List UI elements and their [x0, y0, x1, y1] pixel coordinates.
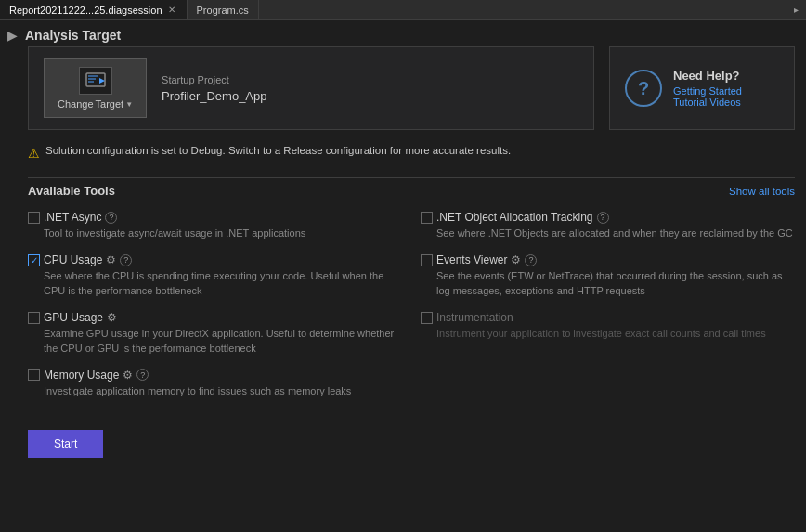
divider — [28, 177, 795, 178]
tool-header-events-viewer: Events Viewer⚙? — [421, 253, 795, 266]
tab-bar: Report20211222...25.diagsession ✕ Progra… — [0, 0, 259, 19]
tool-gear-icon-memory-usage[interactable]: ⚙ — [123, 369, 133, 382]
tool-description-gpu-usage: Examine GPU usage in your DirectX applic… — [44, 327, 402, 356]
help-icon: ? — [625, 70, 662, 107]
dropdown-arrow-icon: ▼ — [125, 100, 133, 109]
tool-gear-icon-events-viewer[interactable]: ⚙ — [511, 253, 521, 266]
tool-info-icon-dotnet-object-allocation[interactable]: ? — [597, 212, 609, 224]
tools-header: Available Tools Show all tools — [28, 184, 795, 201]
tool-item-dotnet-async: .NET Async?Tool to investigate async/awa… — [28, 211, 402, 240]
tools-title: Available Tools — [28, 184, 115, 198]
help-text: Need Help? Getting Started Tutorial Vide… — [673, 69, 742, 108]
start-section: Start — [0, 419, 806, 469]
tool-name-cpu-usage: CPU Usage — [44, 253, 102, 266]
change-target-button[interactable]: Change Target ▼ — [44, 58, 147, 118]
tool-gear-icon-cpu-usage[interactable]: ⚙ — [106, 253, 116, 266]
warning-banner: ⚠ Solution configuration is set to Debug… — [28, 141, 795, 164]
tool-description-dotnet-async: Tool to investigate async/await usage in… — [44, 227, 402, 240]
tool-checkbox-dotnet-object-allocation[interactable] — [421, 212, 433, 224]
show-all-tools-link[interactable]: Show all tools — [729, 186, 795, 197]
need-help-box: ? Need Help? Getting Started Tutorial Vi… — [609, 46, 795, 130]
tool-name-instrumentation: Instrumentation — [436, 311, 514, 324]
tool-gear-icon-gpu-usage[interactable]: ⚙ — [107, 311, 117, 324]
target-icon — [79, 67, 112, 95]
tool-name-dotnet-object-allocation: .NET Object Allocation Tracking — [436, 211, 593, 224]
tool-item-memory-usage: Memory Usage⚙?Investigate application me… — [28, 369, 402, 398]
tool-checkbox-dotnet-async[interactable] — [28, 212, 40, 224]
tool-checkbox-instrumentation[interactable] — [421, 312, 433, 324]
target-svg-icon — [84, 71, 107, 90]
warning-icon: ⚠ — [28, 146, 40, 161]
startup-project-name: Profiler_Demo_App — [162, 89, 266, 103]
title-bar: Report20211222...25.diagsession ✕ Progra… — [0, 0, 806, 20]
tab-program-cs[interactable]: Program.cs — [188, 0, 259, 19]
tool-checkbox-events-viewer[interactable] — [421, 254, 433, 266]
warning-text: Solution configuration is set to Debug. … — [46, 145, 511, 156]
startup-project-label: Startup Project — [162, 74, 266, 85]
tool-item-instrumentation: InstrumentationInstrument your applicati… — [421, 311, 795, 356]
tab-diagsession-close[interactable]: ✕ — [166, 5, 177, 15]
tutorial-videos-link[interactable]: Tutorial Videos — [673, 97, 742, 108]
tool-description-events-viewer: See the events (ETW or NetTrace) that oc… — [436, 269, 795, 298]
tool-header-cpu-usage: CPU Usage⚙? — [28, 253, 402, 266]
tab-program-cs-label: Program.cs — [197, 5, 249, 16]
tool-item-dotnet-object-allocation: .NET Object Allocation Tracking?See wher… — [421, 211, 795, 240]
target-left: Change Target ▼ Startup Project Profiler… — [44, 58, 267, 118]
tool-header-instrumentation: Instrumentation — [421, 311, 795, 324]
tools-section: Available Tools Show all tools .NET Asyn… — [28, 184, 795, 411]
tool-description-dotnet-object-allocation: See where .NET Objects are allocated and… — [436, 227, 795, 240]
getting-started-link[interactable]: Getting Started — [673, 85, 742, 97]
tab-diagsession[interactable]: Report20211222...25.diagsession ✕ — [0, 0, 188, 19]
tool-description-instrumentation: Instrument your application to investiga… — [436, 327, 795, 341]
tool-header-memory-usage: Memory Usage⚙? — [28, 369, 402, 382]
tool-item-cpu-usage: CPU Usage⚙?See where the CPU is spending… — [28, 253, 402, 298]
title-bar-right: ▸ — [790, 3, 806, 17]
tool-header-gpu-usage: GPU Usage⚙ — [28, 311, 402, 324]
main-content: ▶ Analysis Target — [0, 20, 806, 532]
tool-info-icon-memory-usage[interactable]: ? — [136, 369, 149, 381]
tool-info-icon-dotnet-async[interactable]: ? — [105, 212, 117, 224]
help-title: Need Help? — [673, 69, 742, 83]
tool-name-memory-usage: Memory Usage — [44, 369, 119, 382]
tool-checkbox-gpu-usage[interactable] — [28, 312, 40, 324]
change-target-icon-group: Change Target ▼ — [58, 67, 133, 110]
svg-marker-4 — [99, 78, 105, 84]
tool-name-gpu-usage: GPU Usage — [44, 311, 103, 324]
section-title: Analysis Target — [25, 28, 121, 43]
tool-header-dotnet-async: .NET Async? — [28, 211, 402, 224]
tool-checkbox-memory-usage[interactable] — [28, 369, 40, 381]
tool-info-icon-events-viewer[interactable]: ? — [525, 254, 537, 266]
tab-diagsession-label: Report20211222...25.diagsession — [9, 5, 162, 16]
tool-description-cpu-usage: See where the CPU is spending time execu… — [44, 269, 402, 298]
nav-arrow-icon[interactable]: ▶ — [7, 28, 18, 43]
tool-description-memory-usage: Investigate application memory to find i… — [44, 384, 402, 398]
tool-item-events-viewer: Events Viewer⚙?See the events (ETW or Ne… — [421, 253, 795, 298]
change-target-btn-label: Change Target ▼ — [58, 98, 133, 110]
tool-name-dotnet-async: .NET Async — [44, 211, 101, 224]
startup-project-info: Startup Project Profiler_Demo_App — [162, 74, 266, 103]
tool-checkbox-cpu-usage[interactable] — [28, 254, 40, 266]
tools-grid: .NET Async?Tool to investigate async/awa… — [28, 211, 795, 411]
tool-name-events-viewer: Events Viewer — [436, 253, 507, 266]
section-header-row: ▶ Analysis Target — [0, 20, 806, 46]
tool-info-icon-cpu-usage[interactable]: ? — [120, 254, 132, 266]
analysis-target-box: Change Target ▼ Startup Project Profiler… — [28, 46, 594, 130]
start-button[interactable]: Start — [28, 430, 103, 458]
tool-header-dotnet-object-allocation: .NET Object Allocation Tracking? — [421, 211, 795, 224]
scroll-right-arrow[interactable]: ▸ — [790, 3, 802, 17]
tool-item-gpu-usage: GPU Usage⚙Examine GPU usage in your Dire… — [28, 311, 402, 356]
